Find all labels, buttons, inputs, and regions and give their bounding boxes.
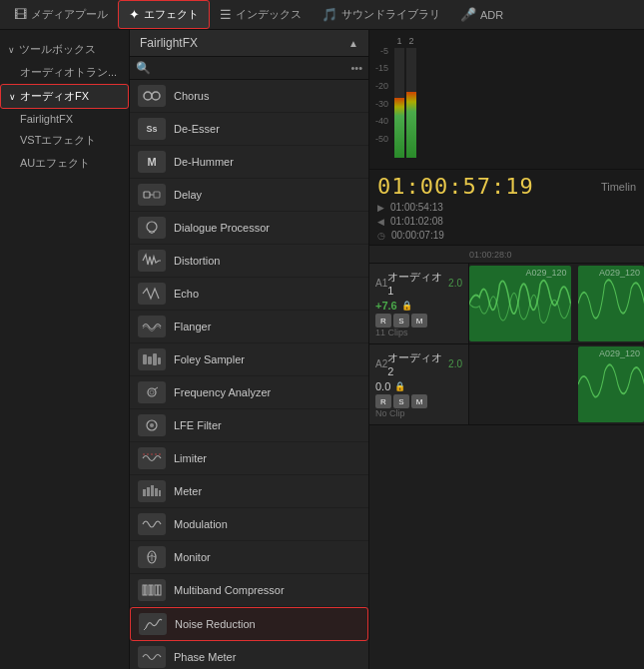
phase-meter-icon — [138, 646, 166, 668]
svg-point-0 — [144, 92, 152, 100]
delay-icon — [138, 184, 166, 206]
fx-item-freq-analyzer[interactable]: Frequency Analyzer — [130, 376, 368, 409]
sidebar-item-au[interactable]: AUエフェクト — [0, 152, 129, 175]
track-name-row-a2: A2 オーディオ 2 2.0 — [375, 350, 462, 377]
sidebar-item-audio-trans[interactable]: オーディオトラン... — [0, 61, 129, 84]
search-bar: 🔍 ••• — [130, 57, 368, 80]
tab-adr[interactable]: 🎤 ADR — [450, 0, 513, 29]
sidebar-item-vst[interactable]: VSTエフェクト — [0, 129, 129, 152]
collapse-icon[interactable]: ▲ — [348, 38, 358, 49]
fx-item-phase-meter[interactable]: Phase Meter — [130, 641, 368, 669]
adr-icon: 🎤 — [460, 7, 476, 22]
fx-item-monitor[interactable]: Monitor — [130, 541, 368, 574]
freq-analyzer-icon — [138, 381, 166, 403]
lfe-icon — [138, 414, 166, 436]
svg-rect-8 — [153, 353, 157, 365]
fx-list: Chorus Ss De-Esser M De-Hummer Delay — [130, 80, 368, 669]
fx-item-modulation[interactable]: Modulation — [130, 508, 368, 541]
track-version-a2: 2.0 — [448, 358, 462, 369]
fx-item-echo[interactable]: Echo — [130, 278, 368, 311]
track-name-row: A1 オーディオ 1 2.0 — [375, 270, 462, 297]
track-header-a2: A2 オーディオ 2 2.0 0.0 🔒 R S M No Clip — [369, 344, 469, 424]
main-layout: ∨ ツールボックス オーディオトラン... ∨ オーディオFX Fairligh… — [0, 30, 644, 669]
sidebar-item-audio-fx[interactable]: ∨ オーディオFX — [0, 84, 129, 109]
track-row-a2: A2 オーディオ 2 2.0 0.0 🔒 R S M No Clip — [369, 344, 644, 425]
meter-channel-1: 1 — [394, 36, 404, 163]
fx-item-noise-reduction[interactable]: Noise Reduction — [130, 607, 368, 641]
de-esser-icon: Ss — [138, 118, 166, 140]
meter-area: -5 -15 -20 -30 -40 -50 1 2 — [369, 30, 644, 170]
track-row-a1: A1 オーディオ 1 2.0 +7.6 🔒 R S M 11 Clips — [369, 264, 644, 344]
timecode-area: 01:00:57:19 Timelin ▶ 01:00:54:13 ◀ 01:0… — [369, 170, 644, 246]
fx-item-delay[interactable]: Delay — [130, 179, 368, 212]
tab-effects[interactable]: ✦ エフェクト — [118, 0, 210, 29]
fx-panel-title: FairlightFX — [140, 36, 198, 50]
fx-item-limiter[interactable]: Limiter — [130, 442, 368, 475]
meter-bars: 1 2 — [394, 36, 416, 163]
tab-index[interactable]: ☰ インデックス — [210, 0, 312, 29]
waveform-label-a2: A029_120 — [599, 348, 640, 358]
track-buttons-a2: R S M — [375, 394, 462, 408]
sound-icon: 🎵 — [322, 7, 337, 22]
clock-icon: ◷ — [377, 231, 385, 241]
modulation-icon — [138, 513, 166, 535]
track-btn-s-a1[interactable]: S — [393, 314, 409, 328]
dialogue-icon — [138, 217, 166, 239]
sidebar-section: ∨ ツールボックス オーディオトラン... ∨ オーディオFX Fairligh… — [0, 34, 129, 179]
tc-row-3: ◷ 00:00:07:19 — [377, 230, 636, 241]
fx-item-dialogue[interactable]: Dialogue Processor — [130, 212, 368, 245]
tab-media-pool[interactable]: 🎞 メディアプール — [4, 0, 118, 29]
echo-icon — [138, 283, 166, 305]
track-db-a1: +7.6 — [375, 300, 397, 312]
svg-point-11 — [150, 390, 154, 394]
svg-rect-4 — [154, 192, 160, 198]
track-btn-r-a2[interactable]: R — [375, 394, 391, 408]
sidebar: ∨ ツールボックス オーディオトラン... ∨ オーディオFX Fairligh… — [0, 30, 130, 669]
track-content-a1: A029_120 A029_120 — [469, 264, 644, 343]
tc-value-2: 01:01:02:08 — [390, 216, 443, 227]
svg-point-1 — [152, 92, 160, 100]
svg-rect-6 — [143, 354, 147, 364]
track-btn-r-a1[interactable]: R — [375, 314, 391, 328]
fx-item-foley[interactable]: Foley Sampler — [130, 343, 368, 376]
meter-icon — [138, 480, 166, 502]
waveform-block-a2: A029_120 — [578, 346, 645, 422]
play-icon: ▶ — [377, 203, 384, 213]
chevron-down-icon: ∨ — [9, 92, 16, 102]
more-options-icon[interactable]: ••• — [350, 62, 362, 74]
distortion-icon — [138, 250, 166, 272]
tab-sound-library[interactable]: 🎵 サウンドライブラリ — [312, 0, 450, 29]
tc-row-2: ◀ 01:01:02:08 — [377, 216, 636, 227]
fx-panel: FairlightFX ▲ 🔍 ••• Chorus Ss De-Esser M — [130, 30, 369, 669]
fx-panel-header: FairlightFX ▲ — [130, 30, 368, 57]
fx-item-meter[interactable]: Meter — [130, 475, 368, 508]
timeline-ruler: 01:00:28:0 — [369, 246, 644, 264]
waveform-label-a1-1: A029_120 — [525, 268, 566, 278]
track-clips-a2: No Clip — [375, 408, 462, 418]
meter-labels: -5 -15 -20 -30 -40 -50 — [375, 36, 390, 146]
back-icon: ◀ — [377, 217, 384, 227]
chorus-icon — [138, 85, 166, 107]
track-name-a2: オーディオ 2 — [387, 350, 448, 377]
fx-item-chorus[interactable]: Chorus — [130, 80, 368, 113]
fx-item-distortion[interactable]: Distortion — [130, 245, 368, 278]
fx-item-de-hummer[interactable]: M De-Hummer — [130, 146, 368, 179]
fx-item-lfe[interactable]: LFE Filter — [130, 409, 368, 442]
track-btn-s-a2[interactable]: S — [393, 394, 409, 408]
noise-reduction-icon — [139, 613, 167, 635]
track-btn-m-a2[interactable]: M — [411, 394, 427, 408]
fx-item-flanger[interactable]: Flanger — [130, 311, 368, 343]
tc-duration: 00:00:07:19 — [391, 230, 444, 241]
index-icon: ☰ — [220, 7, 232, 22]
fx-item-de-esser[interactable]: Ss De-Esser — [130, 113, 368, 146]
timeline-label: Timelin — [601, 181, 636, 193]
fx-item-multiband[interactable]: Multiband Compressor — [130, 574, 368, 607]
track-id-a1: A1 — [375, 278, 387, 289]
tc-row-1: ▶ 01:00:54:13 — [377, 202, 636, 213]
waveform-block-1: A029_120 — [469, 266, 571, 341]
sidebar-item-toolbox[interactable]: ∨ ツールボックス — [0, 38, 129, 61]
svg-point-10 — [148, 388, 156, 396]
svg-point-14 — [150, 423, 154, 427]
sidebar-item-fairlight-fx[interactable]: FairlightFX — [0, 109, 129, 129]
track-btn-m-a1[interactable]: M — [411, 314, 427, 328]
